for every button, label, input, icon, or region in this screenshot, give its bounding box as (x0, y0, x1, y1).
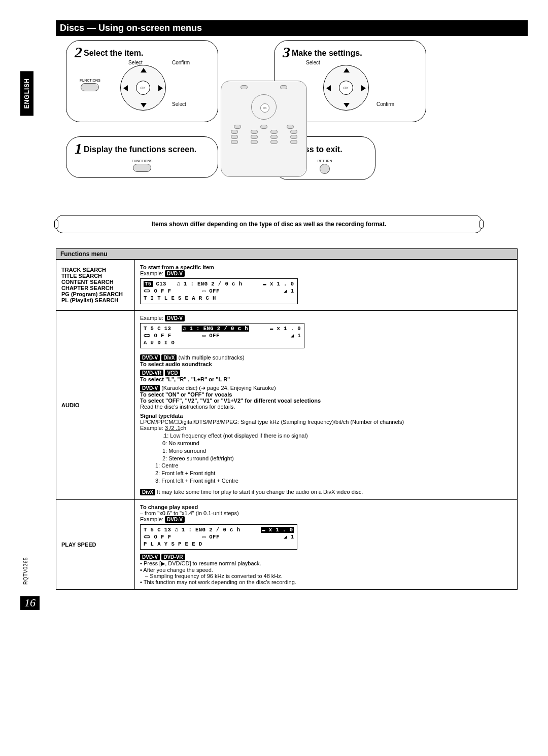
step-3-title: Make the settings. (292, 49, 362, 57)
row-content-playspeed: To change play speed – from "x0.6" to "x… (135, 499, 518, 590)
disc-badge: DivX (140, 489, 155, 495)
disc-badge: DVD-V (140, 354, 160, 361)
row-label-audio: AUDIO (56, 310, 135, 499)
step-2: 2Select the item. OK Select Confirm Sele… (66, 40, 218, 122)
remote-illustration (221, 81, 307, 177)
disc-badge: DVD-V (165, 270, 185, 277)
label-select: Select (172, 101, 186, 107)
disc-badge: VCD (165, 370, 180, 376)
disc-badge: DVD-V (165, 315, 185, 321)
disc-badge: DVD-V (140, 554, 160, 560)
note-box: Items shown differ depending on the type… (56, 215, 482, 233)
disc-badge: DVD-V (140, 385, 160, 391)
table-row: PLAY SPEED To change play speed – from "… (56, 499, 518, 590)
functions-button-icon (81, 83, 99, 91)
disc-badge: DVD-V (165, 516, 185, 523)
disc-badge: DivX (161, 354, 177, 361)
row-label-playspeed: PLAY SPEED (56, 499, 135, 590)
osd-preview: T5 C13 ♫ 1 : ENG 2 / 0 c h ▬ x 1 . 0 ⊂⊃ … (140, 278, 298, 304)
osd-preview: T 5 C 13 ♫ 1 : ENG 2 / 0 c h ▬ x 1 . 0 ⊂… (140, 323, 304, 349)
document-id: RQTV0265 (23, 557, 28, 585)
step-1: 1Display the functions screen. FUNCTIONS (66, 136, 218, 178)
row-content-search: To start from a specific item Example: D… (135, 260, 518, 311)
step-number: 3 (283, 44, 290, 60)
step-2-title: Select the item. (84, 49, 143, 57)
step-number: 1 (75, 140, 82, 157)
label-confirm: Confirm (376, 101, 394, 107)
section-title: Discs — Using on-screen menus (56, 20, 528, 36)
ok-button-icon: OK (136, 81, 150, 95)
step-1-title: Display the functions screen. (84, 145, 196, 154)
functions-table: TRACK SEARCH TITLE SEARCH CONTENT SEARCH… (56, 260, 518, 590)
label-select: Select (128, 60, 143, 65)
disc-badge: DVD-VR (161, 554, 185, 560)
label-return: RETURN (317, 159, 332, 163)
page-number: 16 (20, 596, 40, 610)
functions-menu-header: Functions menu (56, 248, 518, 260)
disc-badge: DVD-VR (140, 370, 163, 376)
table-row: TRACK SEARCH TITLE SEARCH CONTENT SEARCH… (56, 260, 518, 311)
row-content-audio: Example: DVD-V T 5 C 13 ♫ 1 : ENG 2 / 0 … (135, 310, 518, 499)
language-tab: ENGLISH (20, 71, 33, 116)
table-row: AUDIO Example: DVD-V T 5 C 13 ♫ 1 : ENG … (56, 310, 518, 499)
functions-button-icon (133, 164, 151, 172)
dpad-step3: OK (323, 65, 369, 111)
return-button-icon (320, 164, 330, 174)
label-select: Select (306, 60, 320, 65)
label-confirm: Confirm (172, 60, 190, 65)
label-functions: FUNCTIONS (80, 79, 100, 82)
ok-button-icon: OK (339, 81, 353, 95)
osd-preview: T 5 C 13 ♫ 1 : ENG 2 / 0 c h ▬ x 1 . 0 ⊂… (140, 524, 297, 550)
dpad-step2: OK (120, 65, 166, 111)
label-functions: FUNCTIONS (132, 159, 153, 163)
steps-diagram: 2Select the item. OK Select Confirm Sele… (56, 40, 518, 190)
row-label-search: TRACK SEARCH TITLE SEARCH CONTENT SEARCH… (56, 260, 135, 311)
step-number: 2 (75, 44, 82, 60)
